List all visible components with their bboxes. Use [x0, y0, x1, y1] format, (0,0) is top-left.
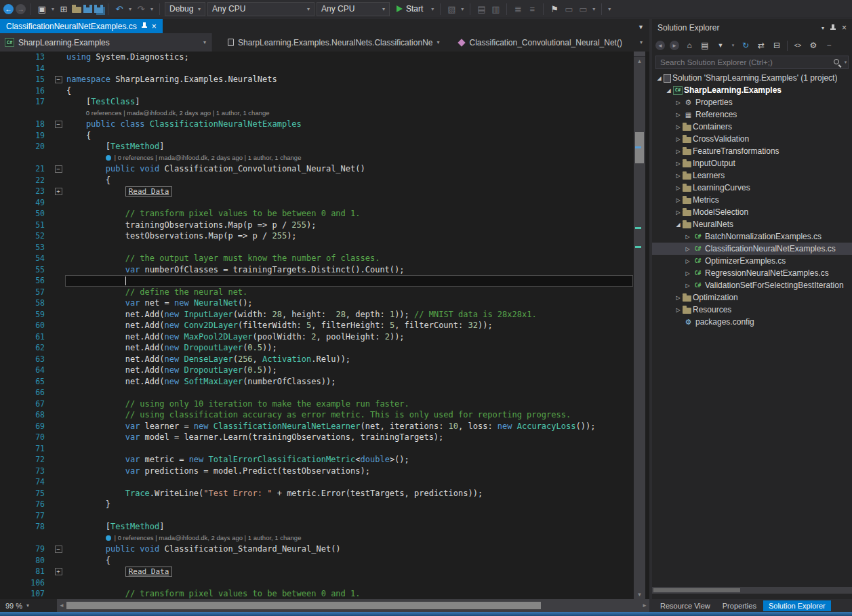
tree-item[interactable]: ▷CrossValidation — [652, 133, 852, 145]
view-code-icon[interactable]: <> — [792, 39, 803, 52]
line-number[interactable]: 63 — [0, 354, 52, 365]
code-row[interactable]: 57 // define the neural net. — [0, 287, 649, 298]
line-content[interactable] — [65, 510, 633, 522]
code-row[interactable]: 69 var learner = new ClassificationNeura… — [0, 421, 649, 432]
tree-expanded-arrow-icon[interactable]: ◢ — [655, 75, 664, 81]
outline-icon[interactable]: ≣ — [512, 2, 524, 16]
code-row[interactable]: 67 // using only 10 iteration to make th… — [0, 398, 649, 410]
member-dropdown[interactable]: Classification_Convolutional_Neural_Net(… — [458, 33, 650, 52]
code-row[interactable]: 17 [TestClass] — [0, 96, 649, 108]
line-content[interactable]: net.Add(new InputLayer(width: 28, height… — [65, 309, 633, 321]
code-row[interactable]: 79− public void Classification_Standard_… — [0, 543, 649, 555]
toolbar-overflow-icon[interactable]: ▾ — [607, 2, 612, 16]
line-content[interactable]: } — [65, 499, 633, 510]
tree-item[interactable]: ▷Optimization — [652, 291, 852, 304]
tree-item[interactable]: ◢SharpLearning.Examples — [652, 84, 852, 96]
redo-icon[interactable]: ↷ — [135, 2, 147, 16]
line-number[interactable] — [0, 152, 52, 164]
line-content[interactable]: namespace SharpLearning.Examples.NeuralN… — [65, 74, 633, 85]
line-content[interactable]: // using classification accuracy as erro… — [65, 409, 633, 421]
tree-collapsed-arrow-icon[interactable]: ▷ — [683, 258, 692, 264]
scroll-up-icon[interactable]: ▲ — [634, 57, 645, 66]
sync-active-document-icon[interactable]: ⇄ — [756, 39, 767, 52]
tree-collapsed-arrow-icon[interactable]: ▷ — [674, 112, 683, 118]
codelens-row[interactable]: | 0 references | mada@ihfood.dk, 2 days … — [0, 152, 649, 164]
line-content[interactable]: var predictions = model.Predict(testObse… — [65, 466, 633, 477]
line-number[interactable]: 50 — [0, 208, 52, 220]
type-dropdown[interactable]: SharpLearning.Examples.NeuralNets.Classi… — [228, 33, 440, 52]
line-content[interactable]: var model = learner.Learn(trainingObserv… — [65, 432, 633, 443]
line-number[interactable]: 66 — [0, 387, 52, 398]
tree-collapsed-arrow-icon[interactable]: ▷ — [674, 185, 683, 191]
refresh-icon[interactable]: ↻ — [740, 39, 751, 52]
tree-item[interactable]: ▷Learners — [652, 169, 852, 182]
switch-views-icon[interactable]: ▤ — [699, 39, 710, 52]
code-row[interactable]: 53 — [0, 242, 649, 253]
chevron-down-icon[interactable]: ▾ — [843, 56, 848, 68]
line-number[interactable]: 52 — [0, 230, 52, 242]
tree-collapsed-arrow-icon[interactable]: ▷ — [674, 136, 683, 142]
line-number[interactable]: 14 — [0, 63, 52, 75]
line-content[interactable] — [65, 63, 633, 75]
collapse-region-icon[interactable]: − — [55, 546, 62, 553]
code-row[interactable]: 18− public class ClassificationNeuralNet… — [0, 119, 649, 130]
tree-expanded-arrow-icon[interactable]: ◢ — [664, 87, 673, 94]
collapsed-region[interactable]: Read Data — [125, 567, 173, 577]
line-number[interactable]: 56 — [0, 275, 52, 287]
collapsed-region[interactable]: Read Data — [125, 186, 173, 197]
line-number[interactable]: 72 — [0, 454, 52, 466]
code-row[interactable]: 73 var predictions = model.Predict(testO… — [0, 466, 649, 477]
line-content[interactable]: public class ClassificationNeuralNetExam… — [65, 119, 633, 130]
line-number[interactable]: 21 — [0, 163, 52, 175]
line-number[interactable]: 71 — [0, 443, 52, 455]
line-content[interactable]: net.Add(new SoftMaxLayer(numberOfClasses… — [65, 376, 633, 388]
tree-item[interactable]: ▷Containers — [652, 121, 852, 133]
line-number[interactable]: 54 — [0, 253, 52, 264]
line-content[interactable]: [TestMethod] — [65, 521, 633, 533]
line-number[interactable]: 73 — [0, 466, 52, 477]
code-row[interactable]: 65 net.Add(new SoftMaxLayer(numberOfClas… — [0, 376, 649, 388]
line-content[interactable]: | 0 references | mada@ihfood.dk, 2 days … — [65, 533, 633, 544]
line-content[interactable]: public void Classification_Standard_Neur… — [65, 543, 633, 555]
save-icon[interactable] — [83, 5, 92, 13]
code-row[interactable]: 55 var numberOfClasses = trainingTargets… — [0, 264, 649, 276]
line-content[interactable]: { — [65, 130, 633, 142]
project-dropdown[interactable]: SharpLearning.Examples ▾ — [0, 33, 211, 52]
line-content[interactable]: public void Classification_Convolutional… — [65, 163, 633, 175]
scroll-down-icon[interactable]: ▼ — [634, 590, 645, 599]
code-row[interactable]: 77 — [0, 510, 649, 522]
line-content[interactable]: // transform pixel values to be between … — [65, 588, 633, 599]
line-number[interactable]: 15 — [0, 74, 52, 85]
tree-item[interactable]: ▷ModelSelection — [652, 206, 852, 218]
code-row[interactable]: 15−namespace SharpLearning.Examples.Neur… — [0, 74, 649, 85]
line-number[interactable]: 76 — [0, 499, 52, 510]
line-number[interactable]: 55 — [0, 264, 52, 276]
bookmark-icon[interactable]: ⚑ — [548, 2, 561, 16]
line-content[interactable]: // the output layer must know the number… — [65, 253, 633, 264]
scrollbar-thumb[interactable] — [66, 602, 541, 609]
line-content[interactable]: { — [65, 555, 633, 567]
line-number[interactable]: 17 — [0, 96, 52, 108]
close-icon[interactable]: × — [842, 23, 847, 33]
window-position-icon[interactable]: ▾ — [821, 25, 824, 31]
code-row[interactable]: 59 net.Add(new InputLayer(width: 28, hei… — [0, 309, 649, 321]
tree-collapsed-arrow-icon[interactable]: ▷ — [674, 161, 683, 167]
line-number[interactable]: 20 — [0, 141, 52, 152]
outline-collapse-icon[interactable]: ≡ — [526, 2, 538, 16]
line-number[interactable]: 58 — [0, 297, 52, 309]
navigate-forward-icon[interactable]: ► — [670, 41, 679, 50]
line-number[interactable]: 70 — [0, 432, 52, 443]
line-content[interactable]: { — [65, 175, 633, 186]
line-content[interactable]: var metric = new TotalErrorClassificatio… — [65, 454, 633, 466]
home-icon[interactable]: ⌂ — [684, 39, 695, 52]
chevron-down-icon[interactable]: ▾ — [731, 39, 735, 52]
line-content[interactable]: 0 references | mada@ihfood.dk, 2 days ag… — [65, 108, 633, 119]
tree-item[interactable]: ▷FeatureTransformations — [652, 145, 852, 157]
codelens-row[interactable]: | 0 references | mada@ihfood.dk, 2 days … — [0, 533, 649, 544]
line-content[interactable]: // using only 10 iteration to make the e… — [65, 398, 633, 410]
build-icon[interactable]: ▤ — [475, 2, 487, 16]
line-number[interactable]: 19 — [0, 130, 52, 142]
line-content[interactable] — [65, 275, 633, 287]
panel-header[interactable]: Solution Explorer ▾× — [652, 19, 852, 37]
document-tab[interactable]: ClassificationNeuralNetExamples.cs × — [0, 19, 163, 33]
